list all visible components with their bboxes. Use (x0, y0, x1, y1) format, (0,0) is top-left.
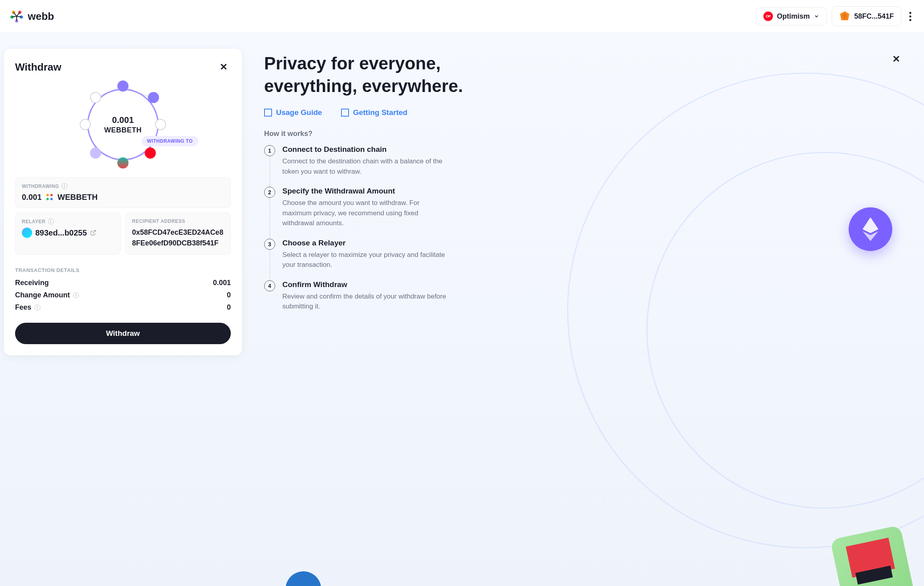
withdrawing-block: WITHDRAWING i 0.001 WEBBETH (15, 177, 231, 208)
withdraw-panel: Withdraw ✕ 0.001 WEBBETH WITH (4, 49, 242, 355)
info-panel: Privacy for everyone, everything, everyw… (242, 33, 924, 586)
tx-value: 0 (227, 291, 231, 299)
chain-node-ethereum-icon (117, 80, 128, 92)
logo[interactable]: webb (10, 9, 54, 23)
wallet-address-chip[interactable]: 58FC...541F (832, 6, 901, 26)
header-actions: OP Optimism 58FC...541F (756, 6, 914, 26)
wallet-address: 58FC...541F (854, 12, 894, 21)
graph-amount: 0.001 (112, 115, 134, 125)
step-title: Confirm Withdraw (282, 280, 449, 289)
tx-details-title: TRANSACTION DETAILS (15, 267, 231, 273)
usage-guide-link[interactable]: Usage Guide (264, 108, 322, 117)
chain-node (90, 92, 101, 103)
info-panel-title: Privacy for everyone, everything, everyw… (264, 52, 470, 97)
withdrawing-to-badge: WITHDRAWING TO (142, 136, 198, 146)
optimism-icon: OP (763, 11, 773, 21)
external-link-icon[interactable] (90, 230, 96, 236)
steps-list: 1Connect to Destination chainConnect to … (264, 145, 902, 312)
panel-title: Withdraw (15, 61, 61, 73)
network-selector[interactable]: OP Optimism (756, 7, 827, 25)
step-number: 2 (264, 187, 275, 198)
step-item: 1Connect to Destination chainConnect to … (264, 145, 902, 176)
header: webb OP Optimism 58FC...541F (0, 0, 924, 33)
chain-node-target-icon (117, 157, 128, 169)
step-desc: Review and confirm the details of your w… (282, 291, 449, 312)
logo-text: webb (28, 10, 54, 23)
step-number: 3 (264, 239, 275, 250)
relayer-block: RELAYER i 893ed...b0255 (15, 213, 121, 255)
tx-row-fees: Feesi 0 (15, 303, 231, 312)
svg-point-9 (46, 194, 49, 196)
close-panel-button[interactable]: ✕ (217, 60, 231, 74)
main-content: Withdraw ✕ 0.001 WEBBETH WITH (0, 33, 924, 586)
chain-node (80, 119, 91, 130)
chain-node-ethereum-alt-icon (90, 147, 101, 159)
step-title: Connect to Destination chain (282, 145, 449, 154)
step-desc: Connect to the destination chain with a … (282, 156, 449, 176)
step-item: 4Confirm WithdrawReview and confirm the … (264, 280, 902, 312)
more-menu-button[interactable] (906, 9, 914, 24)
logo-icon (10, 9, 24, 23)
webb-token-icon (45, 192, 54, 202)
info-icon[interactable]: i (35, 304, 40, 310)
recipient-block: RECIPIENT ADDRESS 0x58FCD47ecE3ED24ACe88… (125, 213, 231, 255)
how-it-works-label: How it works? (264, 130, 902, 138)
step-number: 1 (264, 145, 275, 156)
relayer-avatar-icon (22, 228, 32, 238)
tx-row-receiving: Receiving 0.001 (15, 279, 231, 287)
svg-point-12 (50, 198, 53, 200)
info-icon[interactable]: i (48, 218, 54, 224)
metamask-icon (839, 11, 850, 22)
getting-started-link[interactable]: Getting Started (341, 108, 407, 117)
relayer-label: RELAYER (22, 219, 46, 224)
info-icon[interactable]: i (73, 292, 79, 298)
step-title: Specify the Withdrawal Amount (282, 187, 449, 195)
svg-point-10 (50, 194, 53, 196)
chevron-down-icon (814, 13, 819, 19)
withdrawing-token: WEBBETH (58, 193, 98, 202)
chain-graph: 0.001 WEBBETH WITHDRAWING TO (15, 79, 231, 170)
svg-point-11 (46, 198, 49, 200)
relayer-value: 893ed...b0255 (35, 228, 87, 237)
withdrawing-label: WITHDRAWING (22, 184, 59, 189)
chain-node (155, 119, 166, 130)
info-icon[interactable]: i (61, 183, 67, 189)
doc-icon (264, 109, 272, 117)
tx-row-change: Change Amounti 0 (15, 291, 231, 299)
transaction-details: TRANSACTION DETAILS Receiving 0.001 Chan… (15, 267, 231, 312)
chain-node-polygon-icon (148, 92, 159, 103)
graph-token: WEBBETH (104, 126, 142, 134)
close-info-button[interactable]: ✕ (891, 52, 902, 66)
chain-node-optimism-icon (145, 147, 156, 159)
tx-value: 0 (227, 303, 231, 312)
recipient-address: 0x58FCD47ecE3ED24ACe88FEe06efD90DCB38f54… (132, 227, 224, 249)
doc-icon (341, 109, 349, 117)
step-number: 4 (264, 280, 275, 291)
step-desc: Select a relayer to maximize your privac… (282, 250, 449, 270)
step-item: 3Choose a RelayerSelect a relayer to max… (264, 239, 902, 270)
step-title: Choose a Relayer (282, 239, 449, 247)
step-item: 2Specify the Withdrawal AmountChoose the… (264, 187, 902, 228)
withdrawing-amount: 0.001 (22, 193, 42, 202)
network-label: Optimism (777, 12, 810, 21)
recipient-label: RECIPIENT ADDRESS (132, 218, 185, 224)
withdraw-button[interactable]: Withdraw (15, 323, 231, 344)
step-desc: Choose the amount you want to withdraw. … (282, 198, 449, 228)
tx-value: 0.001 (213, 279, 231, 287)
